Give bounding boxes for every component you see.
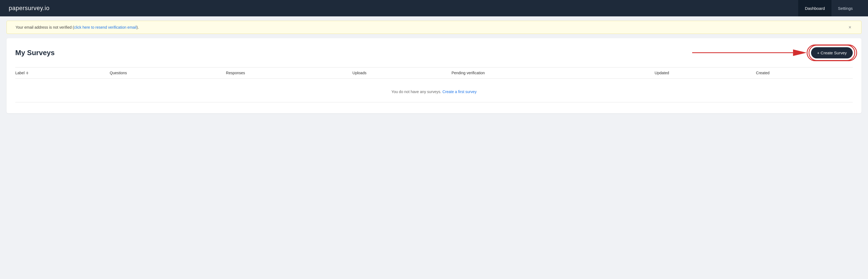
page-header: My Surveys + Create Survey (15, 46, 853, 59)
create-survey-button[interactable]: + Create Survey (811, 47, 853, 58)
alert-close-button[interactable]: × (847, 25, 852, 30)
col-uploads: Uploads (352, 67, 452, 79)
col-questions: Questions (110, 67, 226, 79)
alert-text: Your email address is not verified (clic… (16, 25, 139, 29)
arrow-annotation (55, 46, 807, 59)
nav-settings[interactable]: Settings (832, 0, 859, 17)
surveys-table: Label Questions Responses Uploads Pendin… (15, 67, 853, 102)
svg-marker-1 (793, 49, 807, 56)
col-responses: Responses (226, 67, 352, 79)
page-title: My Surveys (15, 49, 55, 57)
empty-state-row: You do not have any surveys. Create a fi… (15, 79, 853, 103)
nav-dashboard[interactable]: Dashboard (798, 0, 831, 17)
create-survey-wrapper: + Create Survey (811, 47, 853, 58)
sort-icon-label[interactable] (26, 72, 28, 75)
main-content: My Surveys + Create Survey Label (6, 38, 862, 113)
empty-state: You do not have any surveys. Create a fi… (15, 79, 853, 102)
col-created: Created (756, 67, 853, 79)
col-label: Label (15, 67, 110, 79)
create-first-survey-link[interactable]: Create a first survey (442, 89, 476, 94)
verification-alert: Your email address is not verified (clic… (6, 21, 862, 34)
navbar: papersurvey.io Dashboard Settings (0, 0, 868, 17)
col-pending-verification: Pending verification (452, 67, 655, 79)
table-header-row: Label Questions Responses Uploads Pendin… (15, 67, 853, 79)
nav-links: Dashboard Settings (798, 0, 859, 17)
brand-logo: papersurvey.io (9, 5, 50, 12)
resend-verification-link[interactable]: click here to resend verification email (74, 25, 136, 29)
annotation-arrow-icon (692, 46, 807, 59)
col-updated: Updated (655, 67, 756, 79)
